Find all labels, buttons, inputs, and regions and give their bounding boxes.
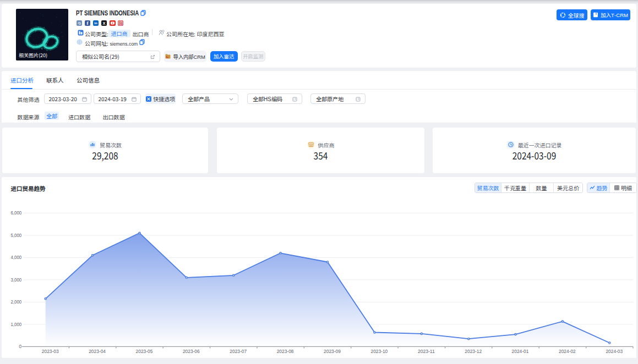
svg-text:2023-12: 2023-12	[465, 348, 482, 354]
svg-text:6,000: 6,000	[11, 209, 22, 216]
svg-text:2023-03: 2023-03	[42, 348, 59, 354]
svg-text:0: 0	[19, 343, 22, 349]
svg-text:4,000: 4,000	[11, 254, 22, 260]
svg-text:2023-09: 2023-09	[324, 348, 341, 354]
svg-text:5,000: 5,000	[11, 232, 22, 238]
svg-text:2023-08: 2023-08	[277, 348, 294, 354]
svg-text:2024-02: 2024-02	[559, 348, 576, 354]
svg-text:2023-05: 2023-05	[136, 348, 153, 354]
svg-text:2024-01: 2024-01	[512, 348, 529, 354]
svg-text:2023-07: 2023-07	[230, 348, 247, 354]
svg-text:2023-04: 2023-04	[89, 348, 106, 354]
svg-text:2023-11: 2023-11	[418, 348, 435, 354]
svg-text:2,000: 2,000	[11, 299, 22, 305]
svg-text:2023-10: 2023-10	[371, 348, 388, 354]
svg-text:1,000: 1,000	[11, 321, 22, 327]
svg-text:2023-06: 2023-06	[183, 348, 200, 354]
svg-text:2024-03: 2024-03	[606, 348, 623, 354]
svg-text:3,000: 3,000	[11, 277, 22, 283]
